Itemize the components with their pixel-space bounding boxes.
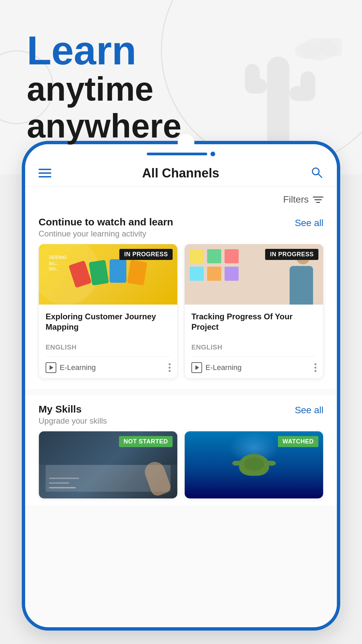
card1-body: Exploring Customer Journey Mapping ENGLI… bbox=[39, 305, 177, 357]
card1-title: Exploring Customer Journey Mapping bbox=[46, 311, 171, 338]
card-tracking-image: IN PROGRESS bbox=[185, 244, 323, 305]
filters-label: Filters bbox=[283, 194, 309, 205]
skills-cards-row: NOT STARTED bbox=[35, 431, 327, 505]
app-title: All Channels bbox=[142, 166, 219, 180]
skills-section-subtitle: Upgrade your skills bbox=[39, 416, 107, 426]
card1-language: ENGLISH bbox=[46, 343, 171, 357]
card-not-started-image: NOT STARTED bbox=[39, 431, 177, 498]
continue-section-header: Continue to watch and learn Continue you… bbox=[35, 208, 327, 244]
continue-see-all[interactable]: See all bbox=[295, 216, 323, 228]
play-icon bbox=[46, 362, 56, 373]
phone-content: Filters Continue to watch and learn Cont… bbox=[25, 187, 337, 626]
continue-section-title: Continue to watch and learn bbox=[39, 216, 173, 228]
filters-row: Filters bbox=[25, 187, 337, 208]
card1-type: E-Learning bbox=[46, 362, 96, 373]
app-header: All Channels bbox=[25, 160, 337, 187]
skills-section: My Skills Upgrade your skills See all bbox=[25, 395, 337, 505]
hero-text-block: Learn anytime anywhere bbox=[27, 30, 181, 144]
skills-section-header: My Skills Upgrade your skills See all bbox=[35, 395, 327, 431]
white-dot-decoration bbox=[178, 134, 194, 151]
card1-footer: E-Learning bbox=[39, 357, 177, 378]
card-tracking-progress[interactable]: IN PROGRESS Tracking Progress Of Your Pr… bbox=[184, 244, 323, 379]
card2-more-button[interactable] bbox=[314, 363, 316, 372]
svg-point-8 bbox=[295, 43, 321, 59]
hero-anywhere: anywhere bbox=[27, 107, 181, 144]
phone-frame: All Channels Filters Continue to watch a… bbox=[22, 141, 340, 631]
play-icon-2 bbox=[191, 362, 202, 373]
card-not-started[interactable]: NOT STARTED bbox=[39, 431, 178, 499]
card2-footer: E-Learning bbox=[185, 357, 323, 378]
status-dot bbox=[210, 152, 215, 156]
hamburger-menu-button[interactable] bbox=[39, 169, 51, 177]
card2-body: Tracking Progress Of Your Project ENGLIS… bbox=[185, 305, 323, 357]
card-customer-journey-image: SEEING BU... INS... IN PROGRESS bbox=[39, 244, 177, 305]
hero-anytime: anytime bbox=[27, 70, 181, 107]
svg-line-10 bbox=[318, 174, 322, 177]
skills-see-all[interactable]: See all bbox=[295, 404, 323, 416]
card1-badge: IN PROGRESS bbox=[119, 249, 173, 260]
svg-rect-4 bbox=[300, 71, 315, 101]
svg-rect-0 bbox=[267, 56, 289, 153]
card-customer-journey[interactable]: SEEING BU... INS... IN PROGRESS Explorin… bbox=[39, 244, 178, 379]
skills-section-title: My Skills bbox=[39, 404, 107, 415]
search-button[interactable] bbox=[310, 166, 323, 180]
card2-badge: IN PROGRESS bbox=[265, 249, 318, 260]
card-watched[interactable]: WATCHED bbox=[184, 431, 323, 499]
card2-title: Tracking Progress Of Your Project bbox=[191, 311, 316, 338]
filters-icon[interactable] bbox=[313, 197, 323, 203]
continue-cards-row: SEEING BU... INS... IN PROGRESS Explorin… bbox=[35, 244, 327, 389]
card4-badge: WATCHED bbox=[278, 436, 318, 447]
svg-rect-2 bbox=[245, 64, 260, 94]
card3-badge: NOT STARTED bbox=[119, 436, 173, 447]
continue-section-subtitle: Continue your learning activity bbox=[39, 229, 173, 238]
card2-type: E-Learning bbox=[191, 362, 242, 373]
hero-learn: Learn bbox=[27, 30, 181, 70]
continue-section: Continue to watch and learn Continue you… bbox=[25, 208, 337, 389]
card2-language: ENGLISH bbox=[191, 343, 316, 357]
card-watched-image: WATCHED bbox=[185, 431, 323, 498]
status-line bbox=[147, 153, 207, 155]
card1-more-button[interactable] bbox=[169, 363, 171, 372]
